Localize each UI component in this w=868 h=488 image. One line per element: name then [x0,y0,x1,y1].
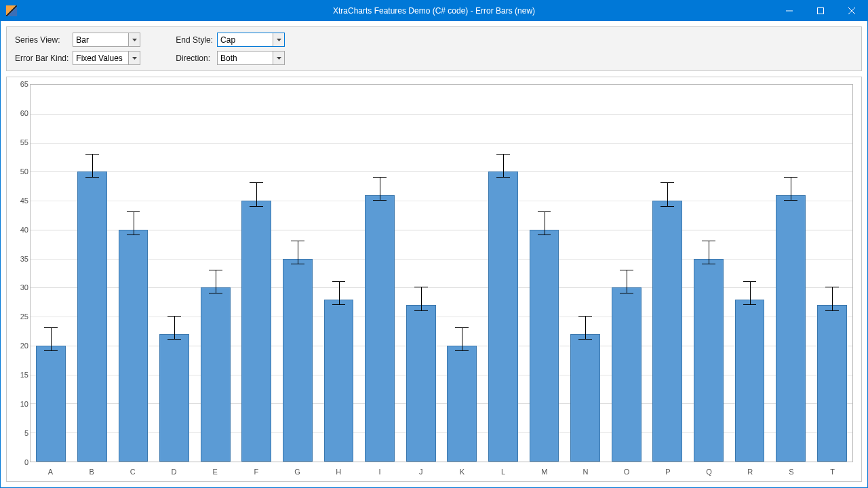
chart-bar[interactable] [612,287,642,462]
chart-error-bar [256,183,257,206]
end-style-label: End Style: [176,35,213,45]
chart-inner: 05101520253035404550556065ABCDEFGHIJKLMN… [11,81,857,477]
chart-error-cap [496,177,510,178]
chart-xtick: K [460,468,465,476]
chart-bar[interactable] [447,346,477,462]
chart-bar[interactable] [735,300,765,462]
chart-error-cap [743,281,757,282]
error-bar-kind-combo[interactable]: Fixed Values [73,51,140,65]
window-title: XtraCharts Features Demo (C# code) - Err… [1,6,867,16]
minimize-button[interactable] [774,1,805,21]
chart-error-cap [825,287,839,287]
series-view-label: Series View: [15,35,68,45]
chart-ytick: 35 [12,255,28,263]
chart-bar[interactable] [283,259,313,462]
chart-error-bar [627,270,627,293]
chart-xtick: I [378,468,380,476]
chart-error-cap [620,270,633,270]
chart-error-cap [578,339,592,340]
chart-error-bar [298,241,298,264]
chart-error-cap [538,211,551,212]
chart-bar[interactable] [530,230,559,462]
chart-xtick: Q [706,468,712,476]
chart-gridline [31,287,852,288]
chart-xtick: O [624,468,630,476]
end-style-combo[interactable]: Cap [217,33,285,47]
series-view-combo[interactable]: Bar [73,33,140,47]
chart-error-bar [709,241,709,264]
chart-error-cap [167,339,181,340]
chart-bar[interactable] [36,346,66,462]
chart-xtick: P [665,468,670,476]
chart-gridline [31,432,852,433]
chart-error-cap [702,264,715,264]
chart-gridline [31,403,852,404]
chart-gridline [31,259,852,260]
chart-bar[interactable] [365,195,395,462]
chart-plot-area[interactable] [30,84,853,462]
chart-error-cap [784,200,797,201]
chart-bar[interactable] [406,305,436,462]
direction-value: Both [218,52,273,64]
error-bar-kind-value: Fixed Values [73,52,128,64]
chart-bar[interactable] [201,287,231,462]
chart-error-cap [209,270,222,270]
chart-bar[interactable] [77,171,107,462]
chart-bar[interactable] [694,259,724,462]
chart-gridline [31,201,852,201]
chart-error-cap [538,235,551,235]
options-panel: Series View: Bar End Style: Cap Error Ba… [6,26,862,71]
chart-bar[interactable] [241,201,271,462]
chart-error-bar [585,317,586,340]
series-view-value: Bar [73,33,128,46]
chart-error-cap [44,350,58,351]
close-button[interactable] [836,1,867,21]
chart-error-cap [127,235,140,235]
chevron-down-icon[interactable] [128,52,140,64]
chart-gridline [31,317,852,317]
chart-gridline [31,346,852,346]
chart-xtick: H [336,468,341,476]
end-style-value: Cap [218,33,273,46]
chart-error-bar [791,178,791,201]
chevron-down-icon[interactable] [273,33,284,46]
chart-error-bar [667,183,668,206]
chart-ytick: 65 [12,80,28,88]
chart-error-cap [44,327,58,328]
chart-gridline [31,230,852,230]
chart-bar[interactable] [652,201,682,462]
titlebar: XtraCharts Features Demo (C# code) - Err… [1,1,867,21]
chart-error-bar [174,317,175,340]
direction-label: Direction: [176,54,213,63]
chart-xtick: C [130,468,136,476]
chart-bar[interactable] [776,195,806,462]
chart-gridline [31,143,852,144]
chart-bar[interactable] [324,300,354,462]
chart-ytick: 0 [12,458,28,466]
chart-ytick: 40 [12,226,28,234]
direction-combo[interactable]: Both [217,51,285,65]
client-area: Series View: Bar End Style: Cap Error Ba… [1,21,867,487]
chevron-down-icon[interactable] [128,33,140,46]
chart-error-cap [250,182,263,183]
chart-xtick: G [294,468,300,476]
chart-bar[interactable] [488,171,518,462]
chart-bar[interactable] [159,334,189,462]
chart-error-cap [620,293,633,293]
chart-error-bar [421,287,422,310]
chart-bar[interactable] [817,305,847,462]
chart-error-cap [702,241,715,241]
chart-ytick: 55 [12,138,28,146]
chart-bar[interactable] [119,230,149,462]
chart-error-cap [291,264,304,264]
chart-error-cap [496,154,510,155]
chart-ytick: 10 [12,400,28,408]
chart-error-cap [291,241,304,241]
maximize-button[interactable] [805,1,836,21]
chevron-down-icon[interactable] [273,52,284,64]
chart-bar[interactable] [570,334,600,462]
chart-xtick: T [830,468,835,476]
app-icon [6,5,17,16]
chart-error-bar [750,282,751,305]
chart-error-cap [250,206,263,207]
